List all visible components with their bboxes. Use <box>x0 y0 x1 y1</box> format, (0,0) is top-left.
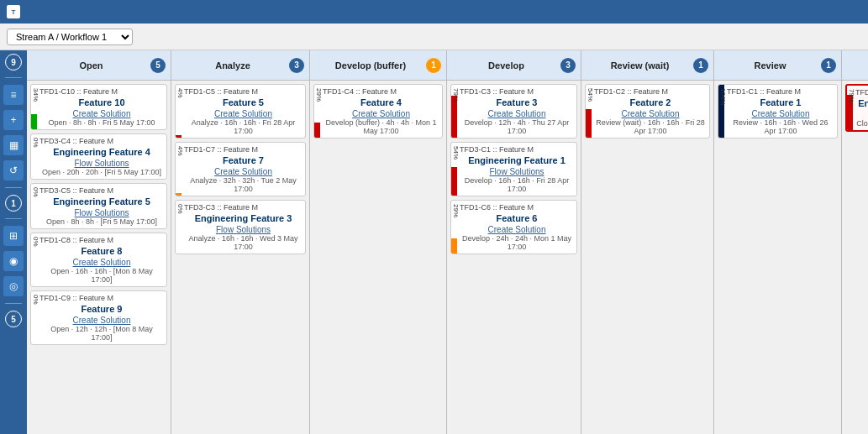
card-meta: Develop · 24h · 24h · Mon 1 May 17:00 <box>460 234 574 251</box>
card-tfd1-c4: 29%TFD1-C4 :: Feature MFeature 4Create S… <box>313 84 443 139</box>
card-meta: Analyze · 32h · 32h · Tue 2 May 17:00 <box>184 176 302 193</box>
card-pct-label: 4% <box>176 146 184 156</box>
card-link[interactable]: Flow Solutions <box>855 110 868 119</box>
column-closed: Closed179%TFD3-C2 :: Feature MEngineerin… <box>842 50 868 434</box>
col-header-analyze: Analyze3 <box>171 50 309 81</box>
card-tfd1-c3: 79%TFD1-C3 :: Feature MFeature 3Create S… <box>450 84 577 139</box>
col-content-develop: 79%TFD1-C3 :: Feature MFeature 3Create S… <box>447 81 581 434</box>
card-pct-label: 0% <box>32 237 39 247</box>
card-tfd3-c1: 54%TFD3-C1 :: Feature MEngineering Featu… <box>450 142 577 196</box>
card-link[interactable]: Flow Solutions <box>39 159 164 168</box>
sidebar-circle-button[interactable]: ◉ <box>3 251 24 271</box>
card-title-row: TFD1-C6 :: Feature M <box>460 203 574 212</box>
card-title-row: TFD1-C10 :: Feature M <box>39 87 164 96</box>
card-link[interactable]: Create Solution <box>39 316 164 325</box>
card-link[interactable]: Create Solution <box>727 109 834 118</box>
sidebar-grid-button[interactable]: ▦ <box>3 135 24 155</box>
card-link[interactable]: Create Solution <box>39 258 164 267</box>
card-tfd1-c7: 4%TFD1-C7 :: Feature MFeature 7Create So… <box>175 142 306 196</box>
card-link[interactable]: Create Solution <box>39 109 164 118</box>
card-link[interactable]: Flow Solutions <box>184 225 302 234</box>
card-title-row: TFD3-C4 :: Feature M <box>39 137 164 145</box>
sidebar-separator-4 <box>5 303 22 304</box>
sidebar-menu-button[interactable]: ≡ <box>3 85 24 105</box>
card-meta: Review (wait) · 16h · 16h · Fri 28 Apr 1… <box>594 118 707 135</box>
card-tfd1-c9: 0%TFD1-C9 :: Feature MFeature 9Create So… <box>30 290 167 345</box>
card-title-row: TFD1-C3 :: Feature M <box>460 87 574 96</box>
card-link[interactable]: Create Solution <box>184 167 302 176</box>
card-progress-bar <box>314 123 320 138</box>
sidebar-separator-3 <box>5 218 22 219</box>
card-title-row: TFD3-C1 :: Feature M <box>460 145 574 154</box>
sidebar-top-badge: 9 <box>5 54 22 71</box>
card-pct-label: 4% <box>176 88 184 98</box>
card-link[interactable]: Create Solution <box>594 109 707 118</box>
card-pct-label: 34% <box>32 88 39 102</box>
card-name: Feature 5 <box>184 97 302 107</box>
card-meta: Open · 8h · 8h · Fri 5 May 17:00 <box>39 118 164 127</box>
card-title-row: TFD1-C1 :: Feature M <box>727 87 834 96</box>
card-title-row: TFD3-C3 :: Feature M <box>184 203 302 212</box>
card-link[interactable]: Create Solution <box>323 109 439 118</box>
card-tfd1-c8: 0%TFD1-C8 :: Feature MFeature 8Create So… <box>30 233 167 287</box>
card-pct-label: 0% <box>176 204 184 214</box>
card-meta: Open · 8h · 8h · [Fri 5 May 17:00] <box>39 217 164 226</box>
card-meta: Open · 12h · 12h · [Mon 8 May 17:00] <box>39 325 164 342</box>
card-pct-label: 104% <box>719 88 727 105</box>
card-progress-bar <box>451 167 457 196</box>
card-link[interactable]: Create Solution <box>460 225 574 234</box>
sidebar-tiles-button[interactable]: ⊞ <box>3 226 24 246</box>
sidebar-refresh-button[interactable]: ↺ <box>3 160 24 180</box>
col-content-analyze: 4%TFD1-C5 :: Feature MFeature 5Create So… <box>171 81 309 434</box>
sidebar-mid-badge: 1 <box>5 195 22 212</box>
card-name: Feature 9 <box>39 304 164 314</box>
col-title-open: Open <box>32 60 150 71</box>
card-pct-label: 79% <box>848 89 855 102</box>
card-link[interactable]: Create Solution <box>184 109 302 118</box>
card-tfd1-c10: 34%TFD1-C10 :: Feature MFeature 10Create… <box>30 84 167 130</box>
card-progress-bar <box>451 96 457 138</box>
card-name: Engineering Feature 5 <box>39 196 164 207</box>
card-link[interactable]: Create Solution <box>460 109 574 118</box>
workflow-select[interactable]: Stream A / Workflow 1 <box>7 29 133 45</box>
sidebar-bottom-badge: 5 <box>5 311 22 327</box>
card-tfd1-c2: 54%TFD1-C2 :: Feature MFeature 2Create S… <box>585 84 710 139</box>
card-pct-label: 54% <box>587 88 594 102</box>
card-link[interactable]: Flow Solutions <box>460 167 574 176</box>
col-title-closed: Closed <box>847 60 868 71</box>
card-link[interactable]: Flow Solutions <box>39 208 164 217</box>
card-pct-label: 79% <box>452 88 460 102</box>
card-meta: Analyze · 16h · 16h · Fri 28 Apr 17:00 <box>184 118 302 135</box>
col-badge-review-wait: 1 <box>693 58 708 73</box>
card-title-row: TFD1-C7 :: Feature M <box>184 145 302 154</box>
col-content-develop-buffer: 29%TFD1-C4 :: Feature MFeature 4Create S… <box>310 81 446 434</box>
column-develop-buffer: Develop (buffer)129%TFD1-C4 :: Feature M… <box>310 50 447 434</box>
sidebar-target-button[interactable]: ◎ <box>3 276 24 296</box>
card-name: Feature 6 <box>460 213 574 223</box>
card-meta: Open · 20h · 20h · [Fri 5 May 17:00] <box>39 168 164 176</box>
sidebar-add-button[interactable]: + <box>3 110 24 130</box>
col-title-review-wait: Review (wait) <box>587 60 693 71</box>
col-title-develop: Develop <box>452 60 560 71</box>
card-progress-bar <box>176 135 181 138</box>
col-content-open: 34%TFD1-C10 :: Feature MFeature 10Create… <box>27 81 171 434</box>
card-progress-bar <box>176 193 181 196</box>
sidebar-separator <box>5 77 22 78</box>
col-content-review-wait: 54%TFD1-C2 :: Feature MFeature 2Create S… <box>581 81 713 434</box>
card-name: Feature 7 <box>184 155 302 165</box>
card-name: Feature 3 <box>460 97 574 107</box>
col-header-closed: Closed1 <box>842 50 868 81</box>
card-title-row: TFD3-C2 :: Feature M <box>855 88 868 97</box>
card-tfd1-c5: 4%TFD1-C5 :: Feature MFeature 5Create So… <box>175 84 306 139</box>
card-meta: Develop · 12h · 4h · Thu 27 Apr 17:00 <box>460 118 574 135</box>
col-badge-analyze: 3 <box>289 58 304 73</box>
card-title-row: TFD1-C4 :: Feature M <box>323 87 439 96</box>
card-tfd1-c6: 29%TFD1-C6 :: Feature MFeature 6Create S… <box>450 200 577 254</box>
col-header-review-wait: Review (wait)1 <box>581 50 713 81</box>
col-badge-review: 1 <box>821 58 836 73</box>
card-tfd3-c5: 0%TFD3-C5 :: Feature MEngineering Featur… <box>30 183 167 229</box>
card-tfd3-c4: 0%TFD3-C4 :: Feature MEngineering Featur… <box>30 133 167 180</box>
col-title-analyze: Analyze <box>176 60 289 71</box>
card-name: Feature 10 <box>39 97 164 107</box>
card-title-row: TFD3-C5 :: Feature M <box>39 186 164 195</box>
